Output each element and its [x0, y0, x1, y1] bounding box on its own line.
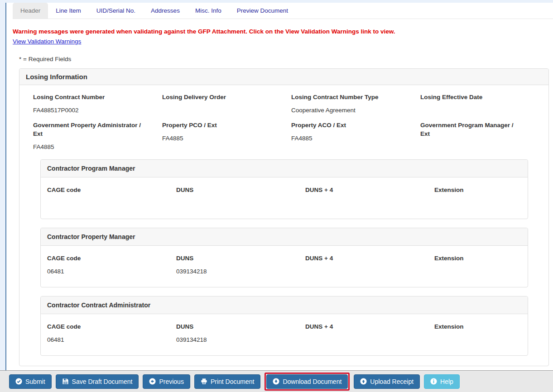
- field-label: Government Property Administrator / Ext: [33, 121, 149, 138]
- button-label: Download Document: [283, 378, 341, 385]
- losing-information-title: Losing Information: [19, 69, 548, 85]
- button-label: Save Draft Document: [72, 378, 133, 385]
- losing-information-panel: Losing Information Losing Contract Numbe…: [19, 68, 549, 366]
- field-label: CAGE code: [47, 186, 163, 194]
- field-value: [176, 199, 292, 207]
- contractor-property-manager-panel: Contractor Property Manager CAGE code 06…: [40, 228, 528, 287]
- validation-warning-message: Warning messages were generated when val…: [13, 28, 553, 35]
- field-label: Losing Delivery Order: [162, 93, 278, 101]
- contractor-property-manager-title: Contractor Property Manager: [41, 228, 528, 246]
- field-label: DUNS: [176, 186, 292, 194]
- print-document-button[interactable]: Print Document: [194, 374, 260, 389]
- contractor-contract-administrator-panel: Contractor Contract Administrator CAGE c…: [40, 296, 528, 356]
- tab-line-item[interactable]: Line Item: [48, 3, 89, 19]
- field-value: [305, 199, 421, 207]
- field-label: Government Program Manager / Ext: [420, 121, 521, 138]
- button-label: Submit: [25, 378, 45, 385]
- button-label: Previous: [159, 378, 183, 385]
- field-label: Extension: [434, 186, 508, 194]
- contractor-contract-administrator-title: Contractor Contract Administrator: [41, 296, 528, 314]
- check-circle-icon: [15, 378, 22, 385]
- upload-receipt-button[interactable]: Upload Receipt: [354, 374, 420, 389]
- button-label: Help: [440, 378, 453, 385]
- field-label: Extension: [434, 322, 508, 331]
- field-label: Extension: [434, 254, 508, 263]
- footer-action-bar: Submit Save Draft Document Previous Prin…: [0, 370, 553, 392]
- submit-button[interactable]: Submit: [9, 374, 52, 389]
- download-circle-icon: [273, 378, 279, 385]
- field-value: 06481: [47, 268, 163, 275]
- field-value: Cooperative Agreement: [291, 106, 407, 114]
- field-value: [47, 199, 163, 207]
- field-label: Losing Contract Number: [33, 93, 149, 101]
- field-value: 06481: [47, 336, 163, 344]
- field-value: 039134218: [176, 268, 292, 275]
- view-validation-warnings-link[interactable]: View Validation Warnings: [13, 38, 81, 45]
- field-value: [434, 199, 508, 207]
- tab-preview-document[interactable]: Preview Document: [229, 3, 296, 19]
- field-label: DUNS + 4: [305, 186, 421, 194]
- previous-button[interactable]: Previous: [143, 374, 190, 389]
- field-value: FA4885: [33, 143, 149, 151]
- field-value: [420, 106, 521, 114]
- field-value: FA4885: [162, 134, 278, 142]
- download-document-highlight-annotation: Download Document: [264, 373, 350, 391]
- field-label: DUNS + 4: [305, 322, 421, 331]
- button-label: Print Document: [211, 378, 254, 385]
- field-value: [420, 143, 521, 151]
- upload-circle-icon: [360, 378, 367, 385]
- tab-header[interactable]: Header: [13, 3, 48, 19]
- field-label: CAGE code: [47, 322, 163, 331]
- save-draft-document-button[interactable]: Save Draft Document: [56, 374, 139, 389]
- field-value: FA4885: [291, 134, 407, 142]
- tab-misc-info[interactable]: Misc. Info: [188, 3, 229, 19]
- field-value: 039134218: [176, 336, 292, 344]
- printer-icon: [201, 378, 207, 385]
- field-value: [305, 268, 421, 275]
- field-label: DUNS: [176, 322, 292, 331]
- button-label: Upload Receipt: [370, 378, 414, 385]
- field-value: [434, 336, 508, 344]
- field-label: DUNS: [176, 254, 292, 263]
- field-label: Losing Effective Date: [420, 93, 521, 101]
- info-circle-icon: [430, 378, 437, 385]
- field-label: Property PCO / Ext: [162, 121, 278, 129]
- arrow-left-circle-icon: [149, 378, 156, 385]
- save-icon: [62, 378, 69, 385]
- losing-fields-row-2: Government Property Administrator / Ext …: [33, 121, 535, 151]
- contractor-program-manager-panel: Contractor Program Manager CAGE code DUN…: [40, 159, 528, 219]
- field-label: DUNS + 4: [305, 254, 421, 263]
- field-value: FA488517P0002: [33, 106, 149, 114]
- field-label: CAGE code: [47, 254, 163, 263]
- field-value: [434, 268, 508, 275]
- field-value: [162, 106, 278, 114]
- tab-uid-serial-no[interactable]: UID/Serial No.: [89, 3, 143, 19]
- field-label: Property ACO / Ext: [291, 121, 407, 129]
- field-label: Losing Contract Number Type: [291, 93, 407, 101]
- tab-addresses[interactable]: Addresses: [143, 3, 188, 19]
- required-fields-note: * = Required Fields: [19, 56, 553, 62]
- download-document-button[interactable]: Download Document: [266, 374, 348, 389]
- field-value: [305, 336, 421, 344]
- contractor-program-manager-title: Contractor Program Manager: [41, 160, 528, 177]
- tab-bar: Header Line Item UID/Serial No. Addresse…: [13, 3, 553, 19]
- help-button[interactable]: Help: [424, 374, 460, 389]
- losing-fields-row-1: Losing Contract Number FA488517P0002 Los…: [33, 93, 535, 114]
- main-content-panel: Header Line Item UID/Serial No. Addresse…: [5, 3, 553, 392]
